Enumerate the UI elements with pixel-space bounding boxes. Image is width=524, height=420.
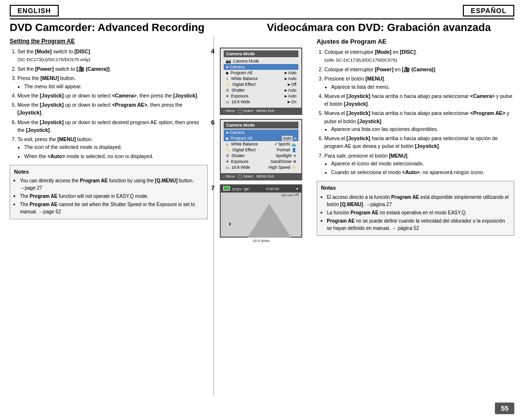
spanish-col: Ajustes de Program AE Coloque el interru…: [311, 37, 515, 396]
screen-7-num: 7: [211, 184, 214, 192]
en-note-1: You can directly access the Program AE f…: [20, 177, 203, 192]
step-2: Set the [Power] switch to [🎥 (Camera)].: [17, 65, 208, 73]
screen-6-wrapper: 6 Camera Mode ►Camera ◆ Program AE AutoA…: [220, 119, 305, 180]
es-step-2: Coloque el interruptor [Power] en [🎥 (Ca…: [325, 65, 515, 73]
step-5: Move the [Joystick] up or down to select…: [17, 101, 208, 117]
screen-6: Camera Mode ►Camera ◆ Program AE AutoA ☼…: [220, 119, 302, 180]
es-step-7-bullet-1: Aparece el icono del modo seleccionado.: [331, 160, 515, 167]
es-step-5-bullet: Aparece una lista con las opciones dispo…: [331, 125, 515, 133]
screen-4-num: 4: [211, 48, 214, 55]
screen-7-wrapper: 7 STBY SP 0:00:00 ▼ 30 min VR: [220, 184, 305, 238]
en-note-2: The Program AE function will not operate…: [20, 193, 203, 200]
en-section-title: Setting the Program AE: [10, 38, 208, 45]
screen-4: Camera Mode 📷 Camera Mode ►Camera ◆ Prog…: [220, 48, 302, 115]
es-step-3-bullet: Aparece la lista del menú.: [331, 83, 515, 91]
page-number: 55: [495, 403, 514, 414]
title-row: DVD Camcorder: Advanced Recording Videoc…: [10, 21, 514, 34]
screen7-icon: 🎙: [228, 222, 232, 226]
s4-item-2: ◆ Program AE ►Auto: [224, 70, 298, 76]
en-note-3: The Program AE cannot be set when the Sh…: [20, 201, 203, 215]
es-step-5: Mueva el [Joystick] hacia arriba o hacia…: [325, 109, 515, 133]
es-note-2: La función Program AE no estará operativ…: [327, 209, 510, 216]
es-note-1: El acceso directo a la función Program A…: [327, 194, 510, 208]
es-notes-box: Notas El acceso directo a la función Pro…: [317, 181, 515, 236]
es-notes-title: Notas: [321, 184, 510, 192]
screen-4-wrapper: 4 Camera Mode 📷 Camera Mode ►Camera ◆ Pr…: [220, 48, 305, 115]
es-step-7-bullet-2: Cuando se selecciona el modo <Auto>, no …: [331, 168, 515, 176]
en-notes-title: Notes: [14, 168, 203, 176]
screen4-footer: ↕ Move ◯ Select MENU Exit: [221, 108, 301, 114]
step-3-bullet: The menu list will appear.: [24, 82, 208, 90]
screen6-footer: ↕ Move ◯ Select MENU Exit: [221, 173, 301, 179]
s4-item-0: 📷 Camera Mode: [224, 58, 298, 64]
en-instructions: Set the [Mode] switch to [DISC]. (SC-DC1…: [10, 48, 208, 160]
lang-english: ENGLISH: [10, 5, 59, 16]
s4-item-7: ▭ 16:9 Wide ►On: [224, 99, 298, 105]
lang-spanish: ESPAÑOL: [463, 5, 514, 16]
es-step-7: Para salir, presione el botón [MENU]. Ap…: [325, 152, 515, 177]
s4-item-4: ✨ Digital Effect ►Off: [224, 81, 298, 87]
screen6-title: Camera Mode: [224, 122, 298, 129]
s4-item-5: ⏱ Shutter ►Auto: [224, 87, 298, 93]
title-english: DVD Camcorder: Advanced Recording: [10, 21, 257, 34]
step-1: Set the [Mode] switch to [DISC]. (SC-DC1…: [17, 48, 208, 64]
screen4-title: Camera Mode: [224, 50, 298, 57]
s6-item-2: ☼ White Balance ✓Sports🏊: [224, 141, 298, 147]
screen7-body: 🎙: [221, 197, 301, 239]
english-col: Setting the Program AE Set the [Mode] sw…: [10, 37, 214, 396]
es-notes-list: El acceso directo a la función Program A…: [321, 194, 510, 232]
es-note-3: Program AE no se puede definir cuando la…: [327, 217, 510, 232]
en-notes-list: You can directly access the Program AE f…: [14, 177, 203, 215]
es-section-title: Ajustes de Program AE: [317, 38, 515, 45]
s6-item-5: ☀ Exposure Sand/Snow❄: [224, 159, 298, 164]
screen-7: STBY SP 0:00:00 ▼ 30 min VR: [220, 184, 302, 238]
es-instructions: Coloque el interruptor [Mode] en [DISC].…: [317, 48, 515, 176]
es-step-4: Mueva el [Joystick] hacia arriba o hacia…: [325, 92, 515, 108]
step-4: Move the [Joystick] up or down to select…: [17, 92, 208, 99]
screen7-label: 16:9 Wide: [221, 239, 301, 244]
es-step-1: Coloque el interruptor [Mode] en [DISC].…: [325, 48, 515, 64]
es-step-6: Mueva el [Joystick] hacia arriba o hacia…: [325, 134, 515, 150]
step-7-bullet-1: The icon of the selected mode is display…: [24, 143, 208, 151]
main-content: Setting the Program AE Set the [Mode] sw…: [10, 37, 514, 396]
step-6: Move the [Joystick] up or down to select…: [17, 118, 208, 134]
title-spanish: Videocámara con DVD: Grabación avanzada: [267, 21, 514, 34]
s4-item-6: ☀ Exposure ►Auto: [224, 93, 298, 99]
en-notes-box: Notes You can directly access the Progra…: [10, 165, 208, 220]
screens-col: 4 Camera Mode 📷 Camera Mode ►Camera ◆ Pr…: [214, 37, 311, 396]
step-3: Press the [MENU] button. The menu list w…: [17, 74, 208, 90]
s6-item-1: ◆ Program AE AutoA: [224, 135, 298, 141]
screen-6-num: 6: [211, 119, 214, 126]
step-7: To exit, press the [MENU] button. The ic…: [17, 135, 208, 160]
s6-item-0: ►Camera: [224, 129, 298, 135]
es-step-3: Presione el botón [MENU]. Aparece la lis…: [325, 75, 515, 91]
s6-item-3: ✨ Digital Effect Portrait👤: [224, 147, 298, 153]
screen7-status: STBY SP 0:00:00 ▼: [221, 185, 301, 193]
header-row: ENGLISH ESPAÑOL: [10, 5, 514, 19]
step-7-bullet-2: When the <Auto> mode is selected, no ico…: [24, 152, 208, 160]
s6-item-6: ▭ 16:9 Wide High Speed⚡: [224, 164, 298, 170]
s4-item-3: ☼ White Balance ►Auto: [224, 76, 298, 81]
s6-item-4: ⏱ Shutter Spotlight☀: [224, 153, 298, 159]
s4-item-1: ►Camera: [224, 64, 298, 70]
page: ENGLISH ESPAÑOL DVD Camcorder: Advanced …: [0, 0, 524, 420]
